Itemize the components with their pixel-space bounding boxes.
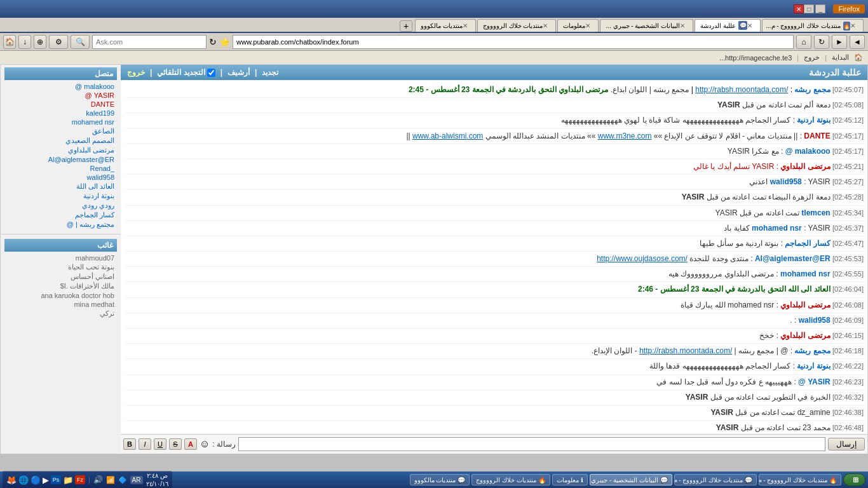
download-button[interactable]: ↓ (18, 35, 31, 49)
msg-link[interactable]: /http://rabsh.moontada.com (695, 85, 788, 94)
format-S-btn[interactable]: S (169, 438, 182, 450)
url-bar[interactable] (233, 35, 794, 49)
archive-btn[interactable]: أرشيف (227, 68, 250, 77)
tab-close-icon-5[interactable]: ✕ (463, 22, 468, 29)
bookmark-sep1: | (825, 54, 827, 62)
bookmark-exit[interactable]: خروج (804, 53, 820, 62)
sidebar-away-user[interactable]: اصناني أحساس (4, 272, 117, 281)
format-B-btn[interactable]: B (123, 438, 136, 450)
sidebar-user[interactable]: mohamed nsr (4, 118, 117, 126)
message-input[interactable] (238, 437, 825, 451)
tab-0[interactable]: ✕ 🔥 منتديات خلاك الرووووج - م... (762, 19, 864, 32)
auto-refresh-checkbox[interactable] (207, 69, 215, 77)
sidebar-away-user[interactable]: mahmoud07 (4, 254, 117, 262)
new-tab-button[interactable]: + (400, 20, 412, 32)
bookmark-imagecache[interactable]: http://imagecache.te3... (719, 54, 792, 62)
reload-icon[interactable]: ↻ (209, 37, 217, 47)
tab-close-icon[interactable]: ✕ (850, 22, 855, 29)
sidebar-user[interactable]: _Renad (4, 164, 117, 173)
logout-btn[interactable]: خروج (127, 68, 145, 77)
msg-user[interactable]: مجمع ربشه (794, 85, 830, 94)
msg-user[interactable]: بنوتة اردنية (797, 362, 830, 370)
sidebar-away-user[interactable]: تركي (4, 309, 117, 318)
sidebar-user[interactable]: YASIR @ (4, 91, 117, 100)
sidebar-user[interactable]: بنوتة اردنية (4, 191, 117, 201)
sidebar-user[interactable]: مجتمع ربشه | @ (4, 220, 117, 229)
msg-user[interactable]: tlemcen (801, 208, 830, 217)
firefox-label[interactable]: Firefox (833, 4, 865, 13)
send-button[interactable]: إرسال (828, 438, 865, 451)
tab-3[interactable]: ✕ معلومات (557, 19, 599, 32)
zoom-button[interactable]: ⊕ (34, 35, 46, 49)
sidebar-away-user[interactable]: بنوتة تحب الحياة (4, 262, 117, 272)
options-button[interactable]: 🏠 (3, 35, 16, 49)
search-button[interactable]: 🔍 (71, 35, 90, 49)
tab-close-icon-2[interactable]: ✕ (680, 22, 685, 29)
tab-close-icon-3[interactable]: ✕ (585, 22, 590, 29)
tab-5[interactable]: ✕ منتديات مالكووو (415, 19, 476, 32)
msg-user[interactable]: DANTE (804, 132, 830, 140)
msg-user[interactable]: مرتضى البلداوي (780, 331, 830, 340)
chat-title: عللبة الدردشة (809, 67, 861, 78)
msg-time: [02:45:53] (832, 255, 864, 262)
rabsh-link[interactable]: /http://rabsh.moontada.com (639, 346, 732, 355)
format-U-btn[interactable]: U (154, 438, 166, 450)
msg-user[interactable]: mohamed nsr (780, 269, 831, 278)
msg-user[interactable]: كسار الجماجم (785, 239, 830, 248)
sidebar-user[interactable]: walid958 (4, 173, 117, 182)
bookmark-home[interactable]: البداية (832, 53, 849, 62)
forward-button[interactable]: ► (832, 35, 847, 49)
tab-4[interactable]: ✕ منتديات خلاك الرووووج (477, 19, 557, 32)
tab-2[interactable]: ✕ البيانات الشخصية - جيبري ... (600, 19, 693, 32)
sidebar-away-user[interactable]: ana karuoka doctor hob (4, 291, 117, 300)
reload-button[interactable]: ↻ (814, 35, 829, 49)
tajdeed-btn[interactable]: تجديد (262, 68, 278, 77)
msg-user[interactable]: walid958 (770, 177, 802, 186)
tools-button[interactable]: ⚙ (49, 35, 68, 49)
msg-user[interactable]: walid958 (799, 316, 831, 325)
tab-close-icon-1[interactable]: ✕ (747, 22, 752, 29)
sidebar-user[interactable]: رودي رودي (4, 201, 117, 210)
auto-refresh-label[interactable]: التجديد التلقائي (157, 68, 215, 77)
search-bar[interactable] (92, 35, 207, 49)
home-button[interactable]: ⌂ (796, 35, 811, 49)
window-maximize[interactable]: □ (804, 4, 814, 13)
sidebar-away-user[interactable]: مالك الأختراقات .I$ (4, 281, 117, 291)
sidebar-away-user[interactable]: mina medhat (4, 300, 117, 309)
m3ne-link[interactable]: www.m3ne.com (598, 132, 652, 140)
sidebar-user[interactable]: كسار الجماجم (4, 210, 117, 220)
msg-line: [02:46:08] مرتضى البلداوي : mohamed nsr … (125, 298, 864, 313)
away-header: غائب (4, 239, 117, 252)
msg-user[interactable]: YASIR @ (798, 377, 831, 386)
msg-user[interactable]: مرتضى البلداوي (780, 162, 830, 171)
msg-text: : || منتديات معاني - اقلام لا تتوقف عن ا… (651, 132, 802, 140)
msg-user[interactable]: بنوتة اردنية (797, 116, 830, 125)
tab-close-icon-4[interactable]: ✕ (543, 22, 548, 29)
back-button[interactable]: ◄ (850, 35, 865, 49)
msg-text: محمد 23 تمت اعادته من قبل YASIR (716, 423, 831, 432)
emoji-icon[interactable]: ☺ (200, 438, 210, 450)
chat-messages[interactable]: [02:45:07] مجمع ربشه : /http://rabsh.moo… (121, 80, 867, 434)
ab-link[interactable]: www.ab-alwismi.com (412, 132, 483, 140)
sidebar-user[interactable]: kaled199 (4, 109, 117, 118)
tab-1[interactable]: ✕ 💬 عللبة الدردشة (695, 19, 761, 32)
msg-user[interactable]: مرتضى البلداوي (780, 301, 830, 309)
sidebar-user[interactable]: العائد الى اللة (4, 182, 117, 191)
msg-time: [02:45:21] (832, 163, 864, 170)
msg-user[interactable]: مجمع ربشه (794, 346, 830, 355)
oujda-link[interactable]: /http://www.oujdasose.com (597, 254, 688, 263)
window-minimize[interactable]: _ (815, 4, 825, 13)
sidebar-user[interactable]: الصاعق (4, 126, 117, 136)
sidebar-user[interactable]: Al@aiglemaster@ER (4, 155, 117, 164)
sidebar-user[interactable]: المصمم الصعيدي (4, 136, 117, 146)
msg-user[interactable]: Al@aiglemaster@ER (755, 254, 831, 263)
sidebar-user[interactable]: malakooo @ (4, 82, 117, 91)
msg-user[interactable]: mohamed nsr (752, 224, 802, 233)
sidebar-user[interactable]: DANTE (4, 100, 117, 109)
window-close[interactable]: ✕ (794, 4, 804, 13)
format-A-btn[interactable]: A (184, 438, 197, 450)
msg-user[interactable]: malakooo @ (785, 147, 831, 156)
format-I-btn[interactable]: I (139, 438, 151, 450)
sidebar-user[interactable]: مرتضى البلداوي (4, 146, 117, 155)
msg-text2: »» منتديات المنشد عبدالله الوسمي (483, 132, 595, 140)
